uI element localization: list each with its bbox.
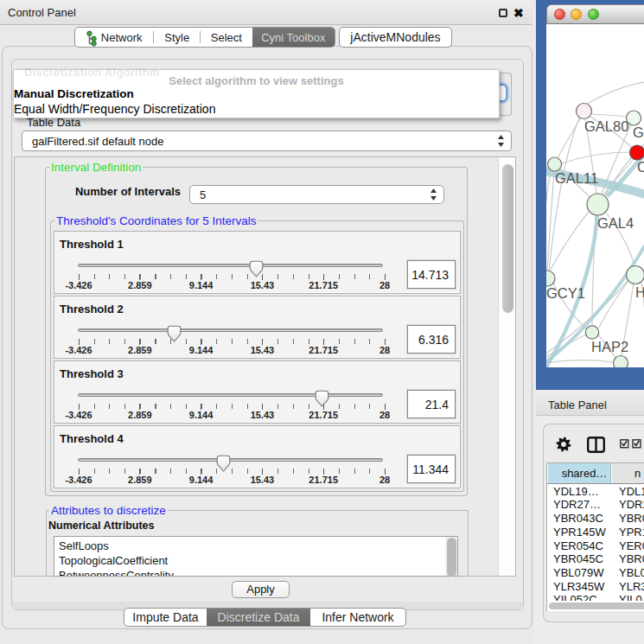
svg-text:GAL4: GAL4 — [597, 215, 634, 231]
svg-text:GAL11: GAL11 — [555, 170, 598, 186]
svg-text:HAP2: HAP2 — [591, 339, 628, 354]
svg-text:GAL80: GAL80 — [584, 118, 628, 134]
svg-text:C: C — [637, 159, 644, 175]
svg-text:GA: GA — [633, 124, 644, 140]
svg-text:H: H — [635, 284, 644, 300]
svg-text:GCY1: GCY1 — [546, 285, 585, 301]
